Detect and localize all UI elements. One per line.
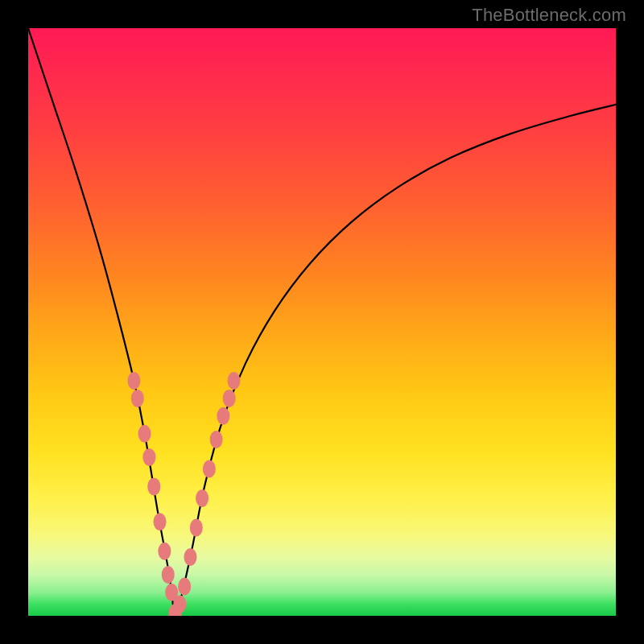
watermark-text: TheBottleneck.com: [472, 5, 626, 26]
marker-dot: [162, 566, 175, 584]
chart-frame: TheBottleneck.com: [0, 0, 644, 644]
plot-area: [28, 28, 616, 616]
marker-dot: [210, 431, 223, 448]
marker-dot: [228, 372, 241, 390]
marker-dot: [158, 543, 171, 560]
marker-dot: [190, 519, 203, 537]
marker-dot: [154, 513, 167, 530]
marker-dot: [184, 548, 196, 566]
marker-dot: [173, 595, 186, 613]
marker-dot: [127, 372, 140, 390]
marker-dot: [203, 460, 216, 478]
curve-line: [28, 28, 616, 616]
marker-dot: [131, 390, 144, 407]
highlight-markers: [127, 372, 240, 616]
marker-dot: [142, 448, 155, 466]
marker-dot: [178, 578, 191, 596]
marker-dot: [138, 425, 151, 443]
marker-dot: [196, 489, 208, 507]
marker-dot: [217, 407, 229, 425]
marker-dot: [147, 477, 160, 495]
marker-dot: [223, 390, 236, 407]
chart-svg: [28, 28, 616, 616]
